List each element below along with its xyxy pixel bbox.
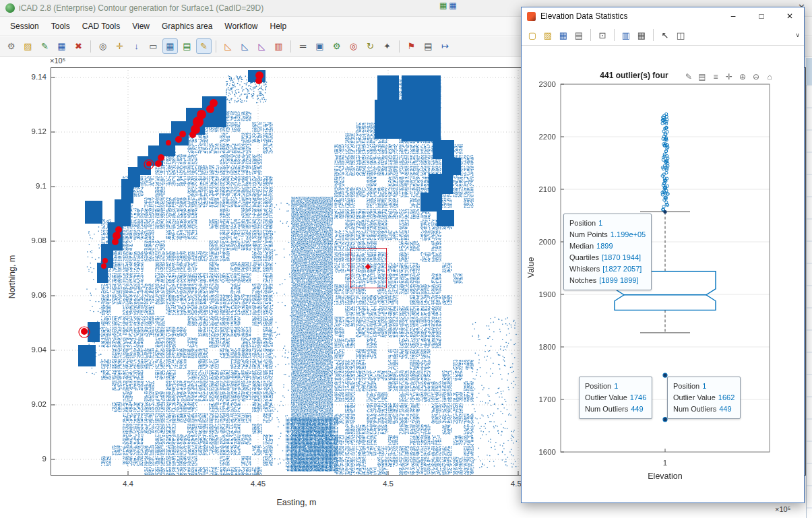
main-x-axis-label: Easting, m	[229, 498, 364, 507]
menu-item-session[interactable]: Session	[4, 19, 45, 34]
menu-item-workflow[interactable]: Workflow	[218, 19, 263, 34]
datatip-row: Num Outliers449	[673, 403, 735, 415]
measure-icon[interactable]: ═	[295, 38, 311, 54]
datatip-value: [1899 1899]	[599, 276, 638, 284]
datatip-value: 1662	[718, 393, 735, 401]
main-window-title: iCAD 2.8 (Enterprise) Contour generation…	[19, 3, 263, 13]
datatip-row: Quartiles[1870 1944]	[569, 252, 646, 263]
stats-y-tick-label: 2200	[538, 133, 556, 141]
pick-down-icon[interactable]: ↓	[129, 38, 144, 54]
session-settings-icon[interactable]: ⚙	[3, 38, 19, 54]
datatip-value: 1	[702, 382, 706, 390]
run-gear-icon[interactable]: ⚙	[329, 38, 344, 54]
datatip-row: Whiskers[1827 2057]	[569, 263, 646, 275]
selection-marker-icon	[365, 264, 371, 269]
datatip-value: 449	[719, 405, 731, 413]
workflow-flag-icon[interactable]: ⚑	[404, 38, 419, 54]
datatip-label: Outlier Value	[585, 393, 627, 401]
datatip-row: Position1	[569, 218, 646, 229]
target-icon[interactable]: ◎	[346, 38, 361, 54]
profile-plot-icon[interactable]: ◺	[220, 38, 236, 54]
section-plot-icon[interactable]: ◺	[237, 38, 253, 54]
annotate-icon[interactable]: ✎	[196, 38, 212, 54]
datatip-label: Whiskers	[569, 265, 600, 273]
y-tick-label: 9.14	[20, 73, 46, 81]
toolbar-separator	[399, 40, 400, 53]
y-axis-exponent: ×10⁵	[50, 57, 65, 65]
zoom-icon[interactable]: ◎	[95, 38, 111, 54]
x-tick-label: 4.5	[371, 480, 405, 488]
y-tick-label: 9.02	[20, 400, 46, 408]
datatip-label: Num Outliers	[585, 405, 628, 413]
datatip-outlier-right[interactable]: Position1 Outlier Value1662 Num Outliers…	[667, 377, 741, 419]
save-icon[interactable]: ▦	[54, 38, 69, 54]
datatip-row: Median1899	[569, 240, 646, 252]
y-tick-label: 9.12	[20, 127, 46, 135]
datatip-value: 1	[598, 219, 602, 227]
datatip-value: 1.199e+05	[611, 230, 646, 238]
stats-y-tick-label: 1800	[538, 343, 556, 351]
y-tick-label: 9.06	[20, 291, 46, 299]
x-tick-label: 4.45	[241, 480, 275, 488]
refresh-icon[interactable]: ↻	[363, 38, 378, 54]
menu-item-help[interactable]: Help	[263, 19, 292, 34]
menu-item-graphics-area[interactable]: Graphics area	[156, 19, 218, 34]
surface-plot-icon[interactable]: ◺	[254, 38, 270, 54]
datatip-label: Notches	[569, 276, 596, 284]
image-overlay-icon[interactable]: ▣	[312, 38, 327, 54]
app-logo-icon	[5, 3, 15, 13]
menu-item-cad-tools[interactable]: CAD Tools	[76, 19, 126, 34]
datatip-row: Num Outliers449	[585, 403, 646, 415]
datatip-row: Num Points1.199e+05	[569, 229, 646, 240]
toolbar-separator	[90, 40, 91, 53]
application-window: iCAD 2.8 (Enterprise) Contour generation…	[0, 0, 812, 518]
export-icon[interactable]: ↦	[437, 38, 453, 54]
datatip-value: [1870 1944]	[602, 253, 641, 261]
datatip-summary[interactable]: Position1 Num Points1.199e+05 Median1899…	[563, 214, 652, 290]
stats-y-tick-label: 1700	[538, 395, 556, 403]
datatip-label: Num Outliers	[673, 405, 716, 413]
menu-item-view[interactable]: View	[126, 19, 156, 34]
datatip-label: Position	[673, 382, 699, 390]
datatip-label: Median	[569, 242, 594, 250]
datatip-row: Position1	[585, 381, 646, 392]
datatip-row: Outlier Value1746	[585, 392, 646, 403]
datatip-label: Quartiles	[569, 253, 599, 261]
selection-rectangle[interactable]	[350, 248, 387, 288]
stats-y-tick-label: 2100	[538, 185, 556, 193]
y-tick-label: 9.1	[20, 182, 46, 190]
menu-item-tools[interactable]: Tools	[45, 19, 76, 34]
pan-icon[interactable]: ✛	[112, 38, 127, 54]
datatip-value: 1899	[596, 242, 613, 250]
toolbar-separator	[216, 40, 216, 53]
datatip-value: [1827 2057]	[602, 265, 642, 273]
y-tick-label: 9	[20, 455, 46, 463]
mini-table-2-icon[interactable]: ▦	[449, 1, 456, 10]
utilities-icon[interactable]: ✦	[379, 38, 395, 54]
y-tick-label: 9.08	[20, 236, 46, 245]
mini-table-1-icon[interactable]: ▦	[439, 1, 447, 10]
stats-y-tick-label: 1900	[538, 290, 556, 298]
datatip-outlier-left[interactable]: Position1 Outlier Value1746 Num Outliers…	[579, 377, 652, 419]
data-table-icon[interactable]: ▤	[179, 38, 195, 54]
main-y-axis-label: Northing, m	[7, 230, 17, 324]
y-tick-label: 9.04	[20, 346, 46, 354]
datatip-label: Outlier Value	[673, 393, 716, 401]
datatip-value: 449	[631, 405, 643, 413]
x-tick-label: 4.4	[111, 480, 145, 488]
stats-window: Elevation Data Statistics – □ ✕ ▢▨▦▤⊡▥▦↖…	[521, 7, 805, 503]
x-axis-exponent: ×10⁵	[775, 505, 790, 513]
side-panel-grid	[806, 85, 812, 518]
import-cad-icon[interactable]: ✎	[37, 38, 53, 54]
extent-icon[interactable]: ▭	[146, 38, 161, 54]
grid-toggle-icon[interactable]: ▦	[162, 38, 178, 54]
statistics-icon[interactable]: ▥	[271, 38, 286, 54]
stats-x-axis-label: Elevation	[625, 472, 706, 481]
stats-x-tick-label: 1	[652, 459, 679, 467]
datatip-value: 1	[614, 382, 618, 390]
datatip-row: Notches[1899 1899]	[569, 275, 646, 286]
open-folder-icon[interactable]: ▨	[20, 38, 36, 54]
datatip-value: 1746	[630, 393, 646, 401]
close-session-icon[interactable]: ✖	[71, 38, 86, 54]
report-icon[interactable]: ▤	[420, 38, 436, 54]
